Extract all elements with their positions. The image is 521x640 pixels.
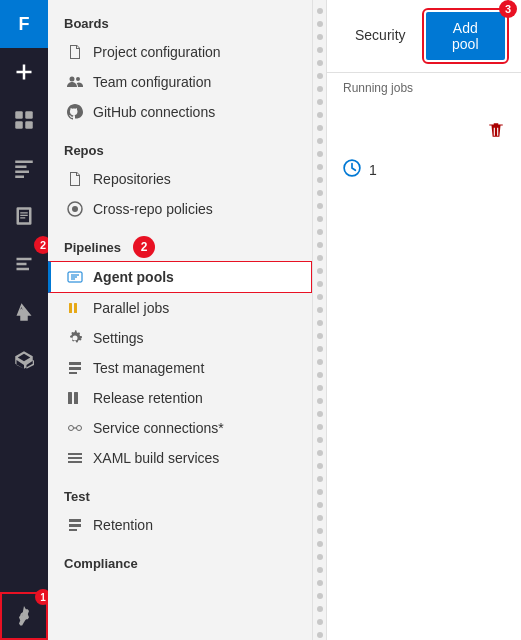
- settings-nav: Boards Project configuration Team config…: [48, 0, 313, 640]
- team-configuration-label: Team configuration: [93, 74, 211, 90]
- cross-repo-policies-label: Cross-repo policies: [93, 201, 213, 217]
- count-value: 1: [369, 162, 377, 178]
- team-configuration-item[interactable]: Team configuration: [48, 67, 312, 97]
- xaml-icon: [67, 450, 83, 466]
- settings-nav-label: Settings: [93, 330, 144, 346]
- policy-icon: [67, 201, 83, 217]
- repos-section-header: Repos: [48, 127, 312, 164]
- service-connections-item[interactable]: Service connections*: [48, 413, 312, 443]
- release-icon: [67, 390, 83, 406]
- svg-rect-1: [25, 111, 33, 119]
- settings-nav-icon: [67, 330, 83, 346]
- svg-point-5: [76, 77, 80, 81]
- release-retention-item[interactable]: Release retention: [48, 383, 312, 413]
- svg-point-4: [70, 77, 75, 82]
- xaml-build-services-label: XAML build services: [93, 450, 219, 466]
- settings-icon-bar[interactable]: 1: [0, 592, 48, 640]
- add-pool-badge: 3: [499, 0, 517, 18]
- nav-dots-divider: [313, 0, 327, 640]
- artifacts-icon[interactable]: [0, 336, 48, 384]
- retention-item[interactable]: Retention: [48, 510, 312, 540]
- github-connections-label: GitHub connections: [93, 104, 215, 120]
- svg-rect-3: [25, 121, 33, 129]
- test-section-header: Test: [48, 473, 312, 510]
- new-button[interactable]: [0, 48, 48, 96]
- xaml-build-services-item[interactable]: XAML build services: [48, 443, 312, 473]
- svg-rect-2: [15, 121, 23, 129]
- repositories-label: Repositories: [93, 171, 171, 187]
- retention-label: Retention: [93, 517, 153, 533]
- cross-repo-policies-item[interactable]: Cross-repo policies: [48, 194, 312, 224]
- boards-icon[interactable]: [0, 144, 48, 192]
- service-icon: [67, 420, 83, 436]
- project-configuration-label: Project configuration: [93, 44, 221, 60]
- doc-icon: [67, 44, 83, 60]
- pipelines-section-header: Pipelines: [48, 224, 125, 261]
- org-logo[interactable]: F: [0, 0, 48, 48]
- svg-point-13: [77, 426, 82, 431]
- test-mgmt-icon: [67, 360, 83, 376]
- running-jobs-label: Running jobs: [327, 73, 521, 103]
- agent-pools-label: Agent pools: [93, 269, 174, 285]
- svg-rect-9: [74, 303, 77, 313]
- main-header: Security Add pool 3: [327, 0, 521, 73]
- test-management-label: Test management: [93, 360, 204, 376]
- count-row: 1: [327, 149, 521, 191]
- github-icon: [67, 104, 83, 120]
- svg-rect-8: [69, 303, 72, 313]
- repositories-item[interactable]: Repositories: [48, 164, 312, 194]
- pipelines-icon[interactable]: 2: [0, 240, 48, 288]
- pipelines-section-badge: 2: [133, 236, 155, 258]
- test-icon[interactable]: [0, 288, 48, 336]
- parallel-jobs-label: Parallel jobs: [93, 300, 169, 316]
- repo-icon: [67, 171, 83, 187]
- add-pool-button[interactable]: Add pool 3: [426, 12, 505, 60]
- retention-icon: [67, 517, 83, 533]
- parallel-jobs-item[interactable]: Parallel jobs: [48, 293, 312, 323]
- repos-icon[interactable]: [0, 192, 48, 240]
- service-connections-label: Service connections*: [93, 420, 224, 436]
- icon-bar: F 2 1: [0, 0, 48, 640]
- content-body: 1: [327, 103, 521, 199]
- boards-section-header: Boards: [48, 0, 312, 37]
- svg-rect-0: [15, 111, 23, 119]
- test-management-item[interactable]: Test management: [48, 353, 312, 383]
- project-configuration-item[interactable]: Project configuration: [48, 37, 312, 67]
- agent-icon: [67, 269, 83, 285]
- svg-rect-11: [74, 392, 78, 404]
- settings-item[interactable]: Settings: [48, 323, 312, 353]
- github-connections-item[interactable]: GitHub connections: [48, 97, 312, 127]
- svg-point-12: [69, 426, 74, 431]
- security-tab[interactable]: Security: [343, 19, 418, 53]
- count-icon: [343, 159, 361, 181]
- svg-rect-10: [68, 392, 72, 404]
- compliance-section-header: Compliance: [48, 540, 312, 577]
- team-icon: [67, 74, 83, 90]
- agent-pools-item[interactable]: Agent pools: [48, 261, 312, 293]
- release-retention-label: Release retention: [93, 390, 203, 406]
- trash-icon-row[interactable]: [327, 111, 521, 149]
- main-content: Security Add pool 3 Running jobs 1: [327, 0, 521, 640]
- overview-icon[interactable]: [0, 96, 48, 144]
- parallel-icon: [67, 300, 83, 316]
